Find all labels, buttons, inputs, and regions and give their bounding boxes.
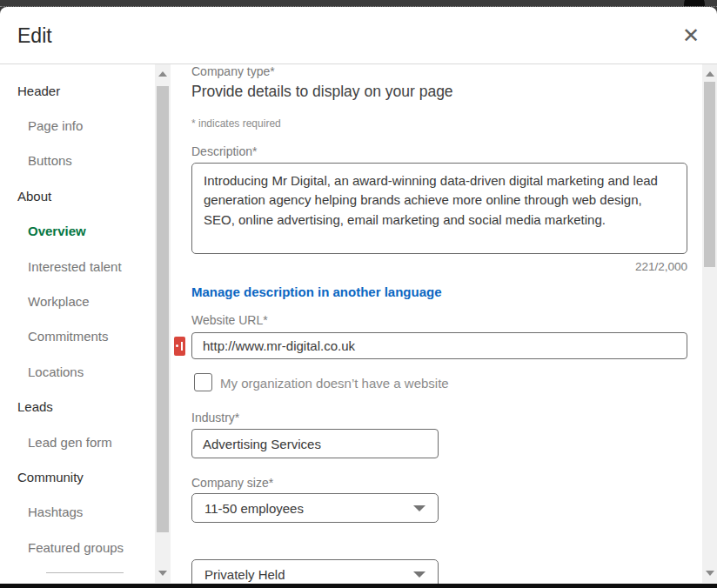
char-counter: 221/2,000 [191,260,687,273]
sidebar-scrollbar-thumb[interactable] [157,86,169,532]
company-type-label: Company type* [191,64,275,78]
sidebar-item-interested-talent[interactable]: Interested talent [0,249,155,284]
scroll-up-icon[interactable] [158,71,167,77]
sidebar-item-buttons[interactable]: Buttons [0,144,155,178]
chevron-down-icon [413,505,426,511]
sidebar-item-locations[interactable]: Locations [0,354,155,389]
company-size-label: Company size* [191,476,273,490]
form-panel: Provide details to display on your page … [171,64,702,583]
required-note: * indicates required [191,117,281,130]
manage-description-link[interactable]: Manage description in another language [191,284,442,299]
scroll-down-icon[interactable] [706,571,714,576]
page-backdrop-bottom [0,584,717,588]
main-scrollbar-thumb[interactable] [704,82,715,267]
company-size-value: 11-50 employees [204,501,304,516]
main-scrollbar[interactable] [702,64,717,583]
page-backdrop-top [0,0,717,7]
website-url-input[interactable] [191,332,687,359]
no-website-checkbox[interactable] [194,373,212,391]
sidebar-item-leads[interactable]: Leads [0,390,155,424]
company-type-select[interactable]: Privately Held [191,559,439,584]
modal-header: Edit ✕ [0,7,717,64]
industry-label: Industry* [191,411,239,424]
modal-body: Header Page info Buttons About Overview … [0,64,717,583]
description-textarea[interactable]: Introducing Mr Digital, an award-winning… [191,163,687,254]
website-url-label: Website URL* [191,313,268,327]
no-website-checkbox-label: My organization doesn’t have a website [220,376,449,391]
scroll-up-icon[interactable] [706,71,714,77]
sidebar-item-commitments[interactable]: Commitments [0,319,155,354]
sidebar-item-lead-gen-form[interactable]: Lead gen form [0,424,155,459]
sidebar-divider [46,572,124,573]
sidebar-item-workplace[interactable]: Workplace [0,284,155,318]
edit-modal: Edit ✕ Header Page info Buttons About Ov… [0,7,717,584]
sidebar-item-hashtags[interactable]: Hashtags [0,495,155,530]
form-heading: Provide details to display on your page [191,83,453,101]
sidebar-item-header[interactable]: Header [0,73,155,108]
sidebar: Header Page info Buttons About Overview … [0,64,155,583]
sidebar-scrollbar[interactable] [155,64,171,583]
company-type-value: Privately Held [204,567,285,582]
sidebar-item-community[interactable]: Community [0,459,155,494]
badge-bar [181,342,183,351]
description-label: Description* [191,144,257,158]
chevron-down-icon [413,571,426,578]
sidebar-item-overview[interactable]: Overview [0,214,155,249]
badge-dot [176,344,178,347]
scroll-down-icon[interactable] [158,571,167,576]
sidebar-item-about[interactable]: About [0,178,155,213]
extension-badge-icon [174,337,185,356]
close-icon[interactable]: ✕ [679,22,703,50]
modal-title: Edit [17,23,52,47]
company-size-select[interactable]: 11-50 employees [191,493,439,523]
backdrop-avatar [684,0,705,7]
industry-input[interactable] [191,429,439,458]
sidebar-item-page-info[interactable]: Page info [0,108,155,143]
sidebar-item-featured-groups[interactable]: Featured groups [0,530,155,565]
